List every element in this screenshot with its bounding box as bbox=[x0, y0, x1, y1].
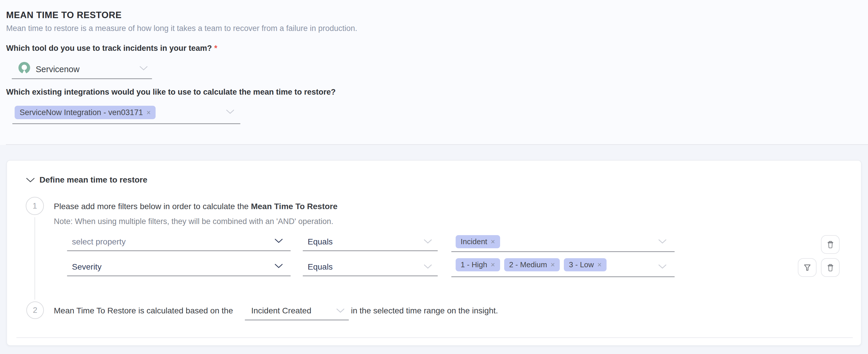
value-select[interactable]: 1 - High × 2 - Medium × 3 - Low × bbox=[456, 258, 607, 271]
chip-remove-icon[interactable]: × bbox=[551, 261, 555, 269]
chevron-down-icon bbox=[139, 66, 148, 71]
filter-button[interactable] bbox=[798, 258, 816, 277]
page-title: MEAN TIME TO RESTORE bbox=[6, 10, 122, 21]
page-subtitle: Mean time to restore is a measure of how… bbox=[6, 24, 358, 33]
value-chip: 2 - Medium × bbox=[504, 258, 560, 271]
value-chip: 3 - Low × bbox=[564, 258, 607, 271]
tool-select-underline bbox=[12, 78, 152, 79]
section-divider bbox=[6, 144, 868, 145]
delete-filter-button[interactable] bbox=[821, 235, 840, 254]
value-chip: 1 - High × bbox=[456, 258, 500, 271]
chevron-down-icon bbox=[274, 238, 283, 243]
chevron-down-icon bbox=[424, 239, 432, 244]
step-2-badge: 2 bbox=[26, 302, 44, 319]
integration-chip-label: ServiceNow Integration - ven03171 bbox=[20, 108, 143, 117]
collapse-chevron-down-icon[interactable] bbox=[26, 177, 35, 183]
define-section-title: Define mean time to restore bbox=[39, 175, 147, 185]
integration-chip: ServiceNow Integration - ven03171 × bbox=[14, 106, 156, 119]
step-1-text-bold: Mean Time To Restore bbox=[251, 202, 338, 211]
operator-select[interactable]: Equals bbox=[308, 262, 333, 272]
card-footer-divider bbox=[17, 338, 853, 338]
chip-remove-icon[interactable]: × bbox=[491, 238, 495, 245]
operator-select-underline bbox=[303, 276, 438, 276]
chip-remove-icon[interactable]: × bbox=[147, 109, 151, 116]
chevron-down-icon bbox=[424, 264, 432, 269]
chip-remove-icon[interactable]: × bbox=[597, 261, 602, 269]
property-select-underline bbox=[67, 250, 291, 251]
required-asterisk: * bbox=[214, 44, 218, 52]
value-select-underline bbox=[451, 276, 675, 277]
operator-select[interactable]: Equals bbox=[308, 237, 333, 247]
step-2-text-prefix: Mean Time To Restore is calculated based… bbox=[54, 306, 233, 315]
trash-icon bbox=[826, 263, 835, 272]
tool-select-value: Servicenow bbox=[36, 65, 80, 74]
chevron-down-icon bbox=[226, 109, 235, 114]
operator-select-underline bbox=[303, 250, 438, 251]
event-select-underline bbox=[245, 320, 349, 320]
mttr-settings-page: MEAN TIME TO RESTORE Mean time to restor… bbox=[0, 0, 868, 354]
chevron-down-icon bbox=[274, 263, 283, 269]
property-select-underline bbox=[67, 276, 291, 276]
chevron-down-icon bbox=[658, 239, 667, 244]
step-1-badge: 1 bbox=[26, 197, 44, 215]
value-select[interactable]: Incident × bbox=[456, 235, 500, 248]
servicenow-logo-icon bbox=[18, 62, 30, 74]
chevron-down-icon bbox=[658, 264, 667, 269]
step-2-text-suffix: in the selected time range on the insigh… bbox=[351, 306, 498, 315]
define-mttr-card: Define mean time to restore 1 Please add… bbox=[6, 160, 862, 346]
step-connector-line bbox=[34, 217, 35, 300]
chip-remove-icon[interactable]: × bbox=[491, 261, 495, 269]
funnel-icon bbox=[803, 263, 812, 272]
delete-filter-button[interactable] bbox=[821, 258, 840, 277]
value-select-underline bbox=[451, 251, 675, 252]
step-1-note: Note: When using multiple filters, they … bbox=[54, 217, 333, 226]
integration-select-underline bbox=[12, 123, 240, 124]
value-chip: Incident × bbox=[456, 235, 500, 248]
integration-question-label: Which existing integrations would you li… bbox=[6, 87, 336, 97]
tool-question-label: Which tool do you use to track incidents… bbox=[6, 44, 217, 53]
trash-icon bbox=[826, 240, 835, 249]
event-select[interactable]: Incident Created bbox=[251, 306, 311, 315]
chevron-down-icon bbox=[336, 308, 345, 313]
property-select[interactable]: select property bbox=[72, 237, 126, 247]
integration-select[interactable]: ServiceNow Integration - ven03171 × bbox=[12, 104, 241, 125]
step-1-text: Please add more filters below in order t… bbox=[54, 202, 338, 211]
property-select[interactable]: Severity bbox=[72, 262, 101, 272]
tool-select[interactable]: Servicenow bbox=[12, 60, 152, 80]
